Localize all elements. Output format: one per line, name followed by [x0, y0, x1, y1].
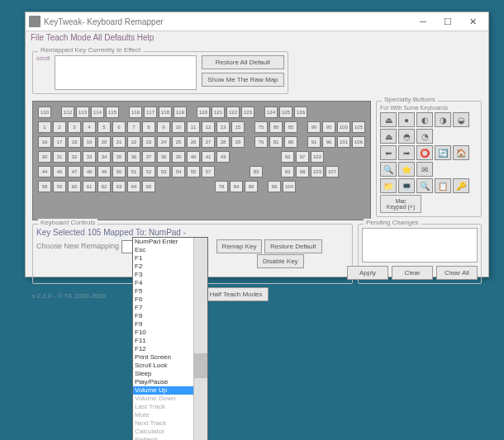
clear-button[interactable]: Clear — [392, 266, 433, 280]
key-99[interactable]: 99 — [268, 181, 281, 192]
remapped-list[interactable] — [55, 55, 197, 90]
key-52[interactable]: 52 — [142, 166, 155, 177]
key-3[interactable]: 3 — [68, 121, 81, 133]
key-112[interactable]: 112 — [61, 106, 74, 118]
minimize-button[interactable]: ─ — [411, 14, 435, 29]
remapping-dropdown[interactable]: NumPad EnterEscF1F2F3F4F5F6F7F8F9F10F11F… — [132, 237, 208, 440]
close-button[interactable]: ✕ — [460, 14, 485, 29]
specialty-icon[interactable]: ◐ — [416, 112, 433, 127]
key-43[interactable]: 43 — [216, 151, 230, 163]
specialty-icon[interactable]: 🔑 — [453, 178, 469, 193]
key-102[interactable]: 102 — [311, 151, 324, 163]
key-4[interactable]: 4 — [83, 121, 96, 133]
key-18[interactable]: 18 — [68, 136, 81, 148]
key-29[interactable]: 29 — [231, 136, 245, 148]
specialty-icon[interactable]: 💻 — [398, 178, 415, 193]
key-46[interactable]: 46 — [53, 166, 66, 177]
key-19[interactable]: 19 — [83, 136, 96, 148]
restore-all-button[interactable]: Restore All Default — [202, 55, 283, 69]
key-104[interactable]: 104 — [283, 181, 296, 192]
key-34[interactable]: 34 — [97, 151, 111, 163]
key-15[interactable]: 15 — [231, 121, 245, 133]
show-raw-button[interactable]: Show Me The Raw Map — [202, 73, 283, 87]
key-114[interactable]: 114 — [91, 106, 104, 118]
key-80[interactable]: 80 — [269, 121, 283, 133]
dropdown-scroll-thumb[interactable] — [194, 353, 207, 378]
key-5[interactable]: 5 — [97, 121, 111, 133]
specialty-icon[interactable]: ⭕ — [416, 145, 433, 160]
key-118[interactable]: 118 — [159, 106, 172, 118]
key-39[interactable]: 39 — [172, 151, 185, 163]
clear-all-button[interactable]: Clear All — [436, 266, 478, 280]
remap-button[interactable]: Remap Key — [216, 239, 263, 253]
key-6[interactable]: 6 — [112, 121, 126, 133]
key-30[interactable]: 30 — [38, 151, 51, 163]
specialty-icon[interactable]: ⏏ — [380, 129, 397, 144]
key-53[interactable]: 53 — [157, 166, 170, 177]
key-75[interactable]: 75 — [254, 121, 268, 133]
specialty-icon[interactable]: ◓ — [398, 129, 415, 144]
key-76[interactable]: 76 — [254, 136, 268, 148]
key-106[interactable]: 106 — [352, 136, 365, 148]
key-27[interactable]: 27 — [202, 136, 215, 148]
key-126[interactable]: 126 — [294, 106, 307, 118]
key-115[interactable]: 115 — [106, 106, 119, 118]
key-93[interactable]: 93 — [281, 166, 294, 177]
key-49[interactable]: 49 — [97, 166, 111, 177]
key-122[interactable]: 122 — [226, 106, 240, 118]
key-105[interactable]: 105 — [352, 121, 365, 133]
key-12[interactable]: 12 — [202, 121, 215, 133]
key-121[interactable]: 121 — [212, 106, 225, 118]
specialty-icon[interactable]: ● — [398, 112, 415, 127]
key-1[interactable]: 1 — [38, 121, 51, 133]
key-92[interactable]: 92 — [281, 151, 294, 163]
key-95[interactable]: 95 — [322, 121, 335, 133]
key-26[interactable]: 26 — [187, 136, 200, 148]
mac-keypad-button[interactable]: Mac Keypad (+) — [380, 195, 421, 213]
key-21[interactable]: 21 — [112, 136, 126, 148]
key-31[interactable]: 31 — [53, 151, 66, 163]
key-37[interactable]: 37 — [142, 151, 155, 163]
key-90[interactable]: 90 — [307, 121, 321, 133]
key-11[interactable]: 11 — [187, 121, 200, 133]
key-41[interactable]: 41 — [202, 151, 215, 163]
key-28[interactable]: 28 — [216, 136, 230, 148]
key-89[interactable]: 89 — [245, 181, 258, 192]
key-57[interactable]: 57 — [202, 166, 215, 177]
specialty-icon[interactable]: ✉ — [416, 162, 433, 177]
specialty-icon[interactable]: ⬅ — [380, 145, 397, 160]
specialty-icon[interactable]: 🔍 — [416, 178, 433, 193]
key-2[interactable]: 2 — [53, 121, 66, 133]
key-32[interactable]: 32 — [68, 151, 81, 163]
specialty-icon[interactable]: ◔ — [416, 129, 433, 144]
key-124[interactable]: 124 — [264, 106, 278, 118]
key-63[interactable]: 63 — [112, 181, 126, 192]
key-101[interactable]: 101 — [337, 136, 350, 148]
key-9[interactable]: 9 — [157, 121, 170, 133]
key-116[interactable]: 116 — [129, 106, 142, 118]
key-58[interactable]: 58 — [38, 181, 51, 192]
key-64[interactable]: 64 — [127, 181, 140, 192]
key-100[interactable]: 100 — [337, 121, 350, 133]
key-83[interactable]: 83 — [250, 166, 263, 177]
key-36[interactable]: 36 — [127, 151, 140, 163]
specialty-icon[interactable]: 📋 — [435, 178, 451, 193]
specialty-icon[interactable]: 📁 — [380, 178, 397, 193]
restore-default-button[interactable]: Restore Default — [264, 239, 322, 253]
key-113[interactable]: 113 — [76, 106, 89, 118]
key-85[interactable]: 85 — [284, 121, 297, 133]
key-40[interactable]: 40 — [187, 151, 200, 163]
apply-button[interactable]: Apply — [347, 266, 388, 280]
key-91[interactable]: 91 — [307, 136, 321, 148]
disable-key-button[interactable]: Disable Key — [257, 254, 304, 268]
specialty-icon[interactable]: ⭐ — [398, 162, 415, 177]
specialty-icon[interactable]: ⏏ — [380, 112, 397, 127]
key-107[interactable]: 107 — [326, 166, 339, 177]
key-44[interactable]: 44 — [38, 166, 51, 177]
key-20[interactable]: 20 — [97, 136, 111, 148]
key-98[interactable]: 98 — [296, 166, 309, 177]
key-51[interactable]: 51 — [127, 166, 140, 177]
key-119[interactable]: 119 — [174, 106, 187, 118]
maximize-button[interactable]: ☐ — [435, 14, 460, 29]
key-110[interactable]: 110 — [38, 106, 51, 118]
